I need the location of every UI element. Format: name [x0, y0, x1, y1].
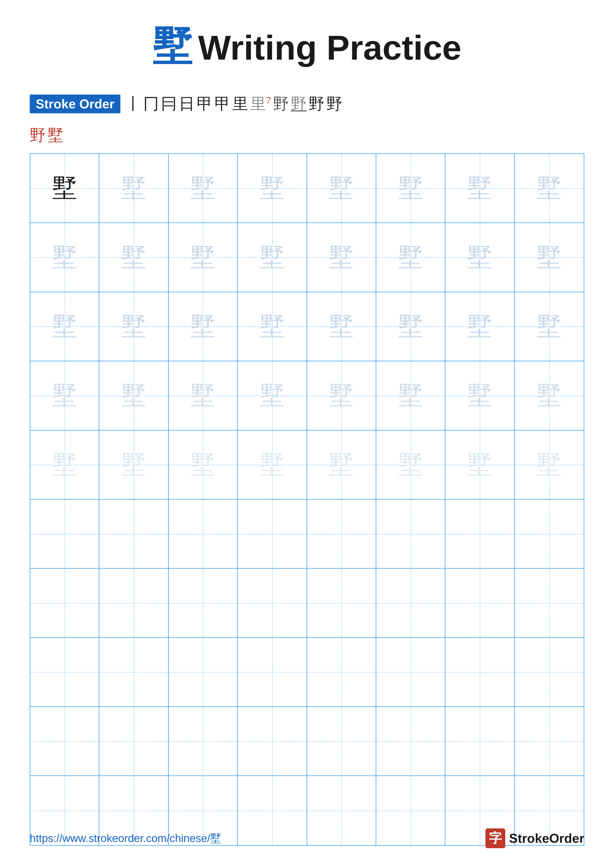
- practice-char: 墅: [52, 379, 77, 412]
- practice-char: 墅: [121, 310, 146, 343]
- grid-cell-1-4[interactable]: 墅: [238, 154, 307, 223]
- practice-char: 墅: [467, 172, 492, 205]
- grid-cell-5-7[interactable]: 墅: [445, 431, 515, 499]
- grid-cell-4-5[interactable]: 墅: [307, 361, 376, 430]
- grid-cell-4-8[interactable]: 墅: [515, 361, 584, 430]
- grid-cell-9-8[interactable]: [515, 707, 584, 776]
- grid-cell-5-6[interactable]: 墅: [376, 431, 445, 499]
- grid-cell-3-2[interactable]: 墅: [99, 292, 168, 361]
- grid-cell-4-4[interactable]: 墅: [238, 361, 307, 430]
- stroke-char-11: 野: [309, 93, 325, 115]
- grid-cell-7-1[interactable]: [30, 569, 99, 638]
- practice-char: 墅: [52, 172, 77, 205]
- grid-cell-8-4[interactable]: [238, 638, 307, 707]
- grid-cell-1-7[interactable]: 墅: [445, 154, 515, 223]
- grid-cell-3-8[interactable]: 墅: [515, 292, 584, 361]
- grid-cell-6-7[interactable]: [445, 499, 515, 569]
- practice-char: 墅: [260, 379, 284, 412]
- grid-cell-3-5[interactable]: 墅: [307, 292, 376, 361]
- grid-cell-1-6[interactable]: 墅: [376, 154, 445, 223]
- grid-cell-2-8[interactable]: 墅: [515, 223, 584, 292]
- grid-cell-7-8[interactable]: [515, 569, 584, 638]
- grid-cell-2-6[interactable]: 墅: [376, 223, 445, 292]
- stroke-char-14: 墅: [48, 124, 64, 146]
- grid-cell-9-2[interactable]: [99, 707, 168, 776]
- grid-cell-6-5[interactable]: [307, 499, 376, 569]
- grid-cell-5-2[interactable]: 墅: [99, 431, 168, 499]
- grid-cell-2-1[interactable]: 墅: [30, 223, 99, 292]
- grid-cell-4-6[interactable]: 墅: [376, 361, 445, 430]
- grid-cell-4-1[interactable]: 墅: [30, 361, 99, 430]
- practice-char: 墅: [467, 241, 492, 274]
- grid-cell-1-2[interactable]: 墅: [99, 154, 168, 223]
- grid-cell-1-8[interactable]: 墅: [515, 154, 584, 223]
- grid-cell-1-3[interactable]: 墅: [169, 154, 238, 223]
- grid-cell-7-6[interactable]: [376, 569, 445, 638]
- practice-char: 墅: [398, 310, 423, 343]
- grid-cell-3-7[interactable]: 墅: [445, 292, 515, 361]
- grid-cell-7-3[interactable]: [169, 569, 238, 638]
- grid-row-6: [30, 499, 584, 569]
- page: 墅 Writing Practice Stroke Order 丨 冂 冃 日 …: [0, 0, 614, 868]
- grid-cell-5-3[interactable]: 墅: [169, 431, 238, 499]
- grid-cell-3-4[interactable]: 墅: [238, 292, 307, 361]
- practice-char: 墅: [398, 448, 423, 482]
- practice-char: 墅: [190, 448, 215, 482]
- grid-cell-5-1[interactable]: 墅: [30, 431, 99, 499]
- grid-row-1: 墅 墅 墅 墅 墅 墅 墅 墅: [30, 154, 584, 223]
- title-character: 墅: [152, 24, 192, 68]
- practice-char: 墅: [467, 379, 492, 412]
- grid-cell-3-6[interactable]: 墅: [376, 292, 445, 361]
- grid-cell-9-7[interactable]: [445, 707, 515, 776]
- grid-cell-1-5[interactable]: 墅: [307, 154, 376, 223]
- grid-cell-2-5[interactable]: 墅: [307, 223, 376, 292]
- grid-cell-6-8[interactable]: [515, 499, 584, 569]
- practice-char: 墅: [329, 172, 354, 205]
- stroke-char-2: 冂: [143, 93, 159, 115]
- stroke-char-10: 野: [291, 93, 307, 115]
- grid-cell-2-4[interactable]: 墅: [238, 223, 307, 292]
- grid-cell-9-5[interactable]: [307, 707, 376, 776]
- grid-cell-8-1[interactable]: [30, 638, 99, 707]
- grid-cell-9-4[interactable]: [238, 707, 307, 776]
- grid-cell-2-2[interactable]: 墅: [99, 223, 168, 292]
- grid-cell-6-1[interactable]: [30, 499, 99, 569]
- grid-cell-6-2[interactable]: [99, 499, 168, 569]
- grid-cell-3-1[interactable]: 墅: [30, 292, 99, 361]
- grid-cell-3-3[interactable]: 墅: [169, 292, 238, 361]
- grid-row-7: [30, 569, 584, 638]
- grid-cell-8-7[interactable]: [445, 638, 515, 707]
- grid-cell-8-8[interactable]: [515, 638, 584, 707]
- brand-name: StrokeOrder: [509, 831, 584, 846]
- grid-cell-4-3[interactable]: 墅: [169, 361, 238, 430]
- grid-cell-4-2[interactable]: 墅: [99, 361, 168, 430]
- grid-cell-9-1[interactable]: [30, 707, 99, 776]
- grid-cell-8-3[interactable]: [169, 638, 238, 707]
- grid-cell-6-3[interactable]: [169, 499, 238, 569]
- grid-cell-7-4[interactable]: [238, 569, 307, 638]
- grid-cell-9-6[interactable]: [376, 707, 445, 776]
- grid-cell-6-4[interactable]: [238, 499, 307, 569]
- grid-cell-5-4[interactable]: 墅: [238, 431, 307, 499]
- practice-grid: 墅 墅 墅 墅 墅 墅 墅 墅: [30, 153, 584, 846]
- practice-char: 墅: [52, 310, 77, 343]
- grid-cell-2-3[interactable]: 墅: [169, 223, 238, 292]
- grid-cell-4-7[interactable]: 墅: [445, 361, 515, 430]
- footer-url[interactable]: https://www.strokeorder.com/chinese/墅: [30, 831, 221, 846]
- grid-cell-5-5[interactable]: 墅: [307, 431, 376, 499]
- grid-cell-5-8[interactable]: 墅: [515, 431, 584, 499]
- practice-char: 墅: [537, 448, 561, 482]
- grid-cell-7-7[interactable]: [445, 569, 515, 638]
- practice-char: 墅: [329, 241, 354, 274]
- grid-cell-6-6[interactable]: [376, 499, 445, 569]
- stroke-char-4: 日: [179, 93, 195, 115]
- grid-cell-2-7[interactable]: 墅: [445, 223, 515, 292]
- brand-icon: 字: [485, 828, 505, 848]
- grid-cell-8-2[interactable]: [99, 638, 168, 707]
- grid-cell-9-3[interactable]: [169, 707, 238, 776]
- grid-cell-7-5[interactable]: [307, 569, 376, 638]
- grid-cell-8-5[interactable]: [307, 638, 376, 707]
- grid-cell-7-2[interactable]: [99, 569, 168, 638]
- grid-cell-1-1[interactable]: 墅: [30, 154, 99, 223]
- grid-cell-8-6[interactable]: [376, 638, 445, 707]
